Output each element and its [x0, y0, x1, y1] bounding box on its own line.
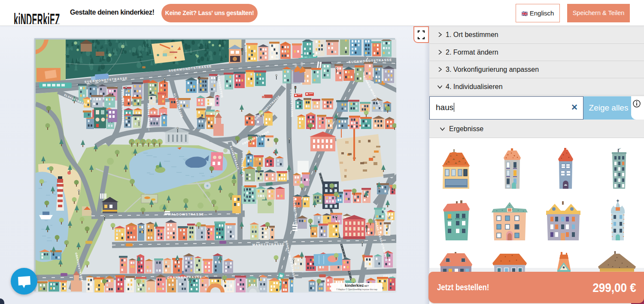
svg-text:FREIE: FREIE	[383, 274, 393, 277]
svg-text:WALDOWSTRASSE—: WALDOWSTRASSE—	[168, 212, 208, 216]
svg-text:© Mapbox © OpenStreetMap impro: © Mapbox © OpenStreetMap improve this ma…	[336, 288, 377, 291]
svg-text:kiNDERkiEZ: kiNDERkiEZ	[14, 10, 60, 24]
svg-text:ORANKESTRASSE—: ORANKESTRASSE—	[167, 275, 206, 279]
svg-text:MANETSTRASSE: MANETSTRASSE	[252, 243, 285, 247]
